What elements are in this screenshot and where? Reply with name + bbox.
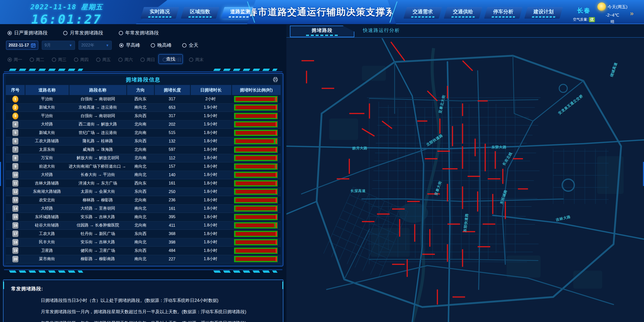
ratio-bar-tick <box>276 223 277 228</box>
print-button[interactable] <box>273 77 278 83</box>
nav-tab-建设计划[interactable]: 建设计划 <box>524 7 563 19</box>
table-row[interactable]: 6工农大路辅路隆礼路 → 桂林路东向西1321.8小时 <box>6 137 281 146</box>
table-row[interactable]: 13农安北街柳林路 → 柳影路北向南2361.8小时 <box>6 196 281 205</box>
table-row[interactable]: 9前进大街前进大街南湖广场下桥匝道出口 → …南向北1571.8小时 <box>6 162 281 171</box>
date-picker[interactable]: 2022-11-17 <box>6 41 38 50</box>
table-row[interactable]: 15东环城路辅路安乐路 → 吉林大路南向北3951.8小时 <box>6 213 281 221</box>
radio-period-早高峰[interactable]: 早高峰 <box>119 42 140 49</box>
duration-ratio-bar <box>234 104 278 111</box>
month-select[interactable]: 9月 ▼ <box>42 41 75 50</box>
ratio-bar-tick <box>276 130 277 135</box>
congestion-duration: 1.9小时 <box>190 113 231 119</box>
congestion-length: 368 <box>154 232 190 236</box>
radio-period-晚高峰[interactable]: 晚高峰 <box>151 42 172 49</box>
road-name: 卫星路 <box>25 248 69 253</box>
table-row[interactable]: 8万宝街解放大街 → 解放北胡同北向南1121.8小时 <box>6 154 281 163</box>
radio-weekday-周一[interactable]: 周一 <box>8 57 22 63</box>
congestion-length: 112 <box>154 156 190 160</box>
nav-tab-停车分析[interactable]: 停车分析 <box>484 7 522 19</box>
duration-ratio-bar <box>234 189 278 195</box>
nav-tab-交通需求[interactable]: 交通需求 <box>403 7 442 19</box>
weather-more-chevron-icon[interactable]: » <box>630 10 633 17</box>
map-tab-快速路运行分析[interactable]: 快速路运行分析 <box>363 27 400 37</box>
road-name: 菜市南街 <box>25 256 69 262</box>
congestion-duration: 1.9小时 <box>190 122 231 127</box>
table-row[interactable]: 4大经路西二道街 → 解放大路北向南2021.9小时 <box>6 120 281 129</box>
ratio-bar-tick <box>276 114 277 118</box>
direction: 西向东 <box>127 181 154 186</box>
radio-weekday-周二[interactable]: 周二 <box>30 57 44 63</box>
direction: 东向西 <box>127 248 154 253</box>
radio-period-全天[interactable]: 全天 <box>182 42 198 49</box>
radio-weekday-周末[interactable]: 周末 <box>189 57 204 63</box>
table-row[interactable]: 18民丰大街安乐街 → 吉林大路南向北3981.8小时 <box>6 238 281 247</box>
radio-weekday-周六[interactable]: 周六 <box>118 57 133 63</box>
table-row[interactable]: 11吉林大路辅路洋浦大街 → 东方广场西向东1611.8小时 <box>6 179 281 188</box>
year-select[interactable]: 2022年 ▼ <box>79 41 112 50</box>
road-name: 东环城路辅路 <box>25 214 69 220</box>
table-row[interactable]: 7太原东街威海路 → 珠海路北向南5971.8小时 <box>6 146 281 154</box>
table-row[interactable]: 17工农大路牡丹街 → 新民广场东向西3681.8小时 <box>6 230 281 238</box>
radio-icon <box>151 43 155 48</box>
table-row[interactable]: 5新城大街世纪广场 → 连云港街北向南5151.8小时 <box>6 129 281 137</box>
nav-tab-label: 区域指数 <box>190 8 210 15</box>
segment-name: 柳影路 → 柳影南路 <box>69 256 127 262</box>
direction: 北向南 <box>127 223 154 228</box>
congestion-length: 140 <box>154 173 190 177</box>
notes-lines: 日拥堵路段指当日3小时（含）以上处于拥堵的路段。(数据源：浮动车系统昨日24小时… <box>11 297 275 322</box>
table-row[interactable]: 10大经路长春大街 → 平治街南向北1401.8小时 <box>6 171 281 179</box>
nav-tab-区域指数[interactable]: 区域指数 <box>181 7 219 19</box>
table-row[interactable]: 20菜市南街柳影路 → 柳影南路南向北2271.8小时 <box>6 255 281 264</box>
rank-badge: 6 <box>12 138 18 145</box>
table-row[interactable]: 12东南湖大路辅路太原街 → 会展大街东向西2501.8小时 <box>6 188 281 196</box>
radio-icon <box>96 58 100 62</box>
congestion-duration: 1.8小时 <box>190 164 231 169</box>
filter-row-date: 2022-11-17 9月 ▼ 2022年 ▼ 早高峰晚高峰全天 <box>6 41 283 50</box>
tab-underline-decor <box>411 16 434 18</box>
ratio-bar-red <box>236 249 276 253</box>
map-tab-拥堵路段[interactable]: 拥堵路段 <box>290 26 354 37</box>
table-row[interactable]: 16硅谷大街辅路佳园路 → 长春肿瘤医院北向南4111.8小时 <box>6 221 281 230</box>
road-name: 大经路 <box>25 122 69 127</box>
svg-text:长深高速: 长深高速 <box>350 189 366 193</box>
radio-weekday-周五[interactable]: 周五 <box>96 57 111 63</box>
search-button[interactable]: 查找 <box>159 54 183 64</box>
direction: 北向南 <box>127 122 154 127</box>
table-body: 1平治街自强街 → 南胡胡同西向东3172小时2新城大街京哈高速 → 连云港街南… <box>6 95 281 263</box>
radio-type-年常发拥堵路段[interactable]: 年常发拥堵路段 <box>119 30 159 36</box>
road-name: 新城大街 <box>25 105 69 110</box>
ratio-bar-tick <box>276 206 277 211</box>
duration-ratio-bar <box>234 239 278 245</box>
city-map-canvas[interactable]: 亚泰北大街北部快速路东荣大路长吉北线安龙泉互通立交桥绕城高速东环城路吉林大路东部… <box>286 38 644 322</box>
table-row[interactable]: 19卫星路健民街 → 卫星广场东向西4841.8小时 <box>6 247 281 255</box>
tech-divider-bottom <box>4 269 282 273</box>
nav-tab-实时路况[interactable]: 实时路况 <box>140 7 179 19</box>
duration-ratio-bar <box>234 155 278 161</box>
tab-underline-decor <box>188 16 212 18</box>
radio-type-日严重拥堵路段[interactable]: 日严重拥堵路段 <box>8 30 48 36</box>
tab-underline-decor <box>148 16 171 18</box>
ratio-bar-red <box>236 131 277 135</box>
table-row[interactable]: 3平治街自强街 → 南胡胡同东向西3171.9小时 <box>6 112 281 120</box>
column-header: 路段名称 <box>69 85 126 95</box>
table-row[interactable]: 2新城大街京哈高速 → 连云港街南向北6531.9小时 <box>6 104 281 112</box>
duration-ratio-bar <box>234 214 278 220</box>
radio-weekday-周日[interactable]: 周日 <box>140 57 155 63</box>
ratio-bar-tick <box>276 240 277 245</box>
radio-type-月常发拥堵路段[interactable]: 月常发拥堵路段 <box>63 30 103 36</box>
radio-weekday-周三[interactable]: 周三 <box>52 57 66 63</box>
direction: 南向北 <box>127 172 154 177</box>
table-row[interactable]: 1平治街自强街 → 南胡胡同西向东3172小时 <box>6 95 281 104</box>
ratio-bar-red <box>236 181 275 185</box>
radio-weekday-周四[interactable]: 周四 <box>74 57 89 63</box>
column-header: 拥堵长度 <box>155 85 190 95</box>
congestion-length: 161 <box>154 181 190 186</box>
nav-tab-交通供给[interactable]: 交通供给 <box>444 7 482 19</box>
rank-badge: 4 <box>12 121 18 128</box>
road-name: 前进大街 <box>25 164 69 169</box>
road-name: 新城大街 <box>25 130 69 135</box>
nav-tab-label: 建设计划 <box>534 8 554 15</box>
congestion-duration: 1.8小时 <box>190 248 231 253</box>
table-row[interactable]: 14大经路大经路 → 至善胡同南向北1611.8小时 <box>6 205 281 213</box>
column-header: 日拥堵时长 <box>191 85 231 95</box>
